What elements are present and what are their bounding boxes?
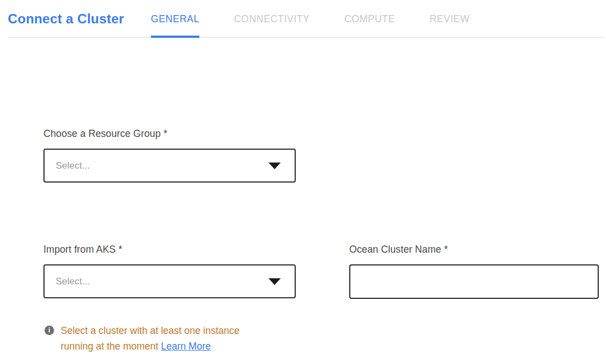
resource-group-field: Choose a Resource Group * Select...	[43, 128, 606, 183]
wizard-header: Connect a Cluster GENERAL CONNECTIVITY C…	[0, 0, 606, 38]
tab-general[interactable]: GENERAL	[151, 0, 199, 38]
caret-down-icon	[268, 278, 281, 285]
import-aks-field: Import from AKS * Select...	[43, 244, 296, 298]
cluster-instance-note: i Select a cluster with at least one ins…	[43, 323, 296, 354]
tab-connectivity[interactable]: CONNECTIVITY	[234, 0, 310, 38]
note-text: Select a cluster with at least one insta…	[61, 323, 259, 354]
tab-compute[interactable]: COMPUTE	[344, 0, 395, 38]
import-aks-select[interactable]: Select...	[43, 264, 296, 298]
tab-review[interactable]: REVIEW	[429, 0, 470, 38]
learn-more-link[interactable]: Learn More	[161, 341, 211, 352]
ocean-cluster-name-field: Ocean Cluster Name *	[349, 244, 599, 299]
info-icon: i	[45, 326, 54, 335]
note-message: Select a cluster with at least one insta…	[61, 325, 240, 352]
resource-group-select[interactable]: Select...	[43, 149, 296, 183]
import-aks-label: Import from AKS *	[43, 244, 296, 255]
wizard-steps: GENERAL CONNECTIVITY COMPUTE REVIEW	[151, 0, 504, 38]
ocean-cluster-name-input[interactable]	[349, 264, 599, 299]
resource-group-label: Choose a Resource Group *	[43, 128, 606, 140]
page-title: Connect a Cluster	[8, 11, 124, 27]
header-divider	[8, 37, 604, 38]
ocean-cluster-name-label: Ocean Cluster Name *	[349, 244, 599, 255]
caret-down-icon	[268, 163, 281, 169]
general-step-form: Choose a Resource Group * Select... Impo…	[0, 128, 606, 354]
resource-group-placeholder: Select...	[56, 160, 90, 171]
import-aks-placeholder: Select...	[56, 276, 90, 287]
